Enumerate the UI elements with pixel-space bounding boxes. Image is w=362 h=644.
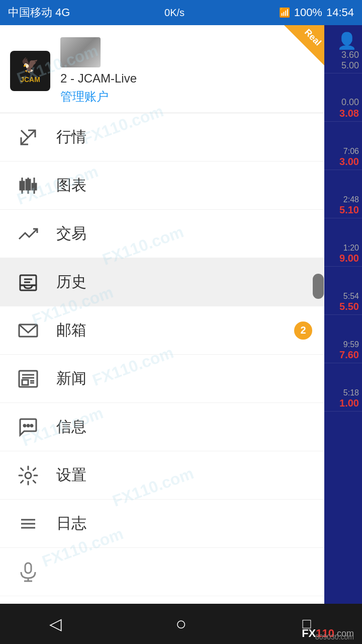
mic-icon <box>12 556 44 588</box>
news-icon <box>12 363 44 395</box>
scroll-handle[interactable] <box>313 274 324 299</box>
status-right: 📶 100% 14:54 <box>279 6 354 19</box>
menu-item-history[interactable]: 历史 <box>0 258 324 306</box>
svg-point-20 <box>31 425 33 427</box>
svg-rect-25 <box>25 563 31 573</box>
menu-label-quotes: 行情 <box>56 127 86 147</box>
real-badge: Real <box>284 25 324 65</box>
menu-item-trade[interactable]: 交易 <box>0 210 324 258</box>
svg-point-18 <box>24 425 26 427</box>
list-icon <box>12 508 44 540</box>
chat-icon <box>12 411 44 443</box>
menu-label-log: 日志 <box>56 513 86 534</box>
wifi-icon: 📶 <box>279 7 290 18</box>
menu-item-log[interactable]: 日志 <box>0 500 324 548</box>
menu-item-settings[interactable]: 设置 <box>0 451 324 500</box>
menu-label-trade: 交易 <box>56 223 86 244</box>
arrows-icon <box>12 121 44 153</box>
menu-label-settings: 设置 <box>56 465 86 486</box>
navigation-drawer: FX110.com FX110.com FX110.com FX110.com … <box>0 25 324 619</box>
menu-item-extra[interactable] <box>0 548 324 596</box>
menu-label-mail: 邮箱 <box>56 320 86 341</box>
mail-badge: 2 <box>294 321 312 340</box>
menu-item-info[interactable]: 信息 <box>0 403 324 451</box>
menu-item-chart[interactable]: 图表 <box>0 162 324 210</box>
back-button[interactable]: ◁ <box>40 609 70 639</box>
svg-rect-8 <box>20 275 36 285</box>
trending-icon <box>12 218 44 250</box>
svg-rect-7 <box>32 184 36 190</box>
svg-line-1 <box>21 130 28 137</box>
menu-label-info: 信息 <box>56 417 86 437</box>
manage-account-button[interactable]: 管理账户 <box>60 89 314 105</box>
svg-rect-3 <box>20 182 24 190</box>
time-label: 14:54 <box>326 6 354 19</box>
menu-label-chart: 图表 <box>56 175 86 196</box>
carrier-label: 中国移动 4G <box>8 5 70 20</box>
inbox-icon <box>12 266 44 298</box>
account-info: 2 - JCAM-Live 管理账户 <box>60 37 314 105</box>
network-speed: 0K/s <box>164 7 185 19</box>
svg-point-19 <box>27 425 29 427</box>
app-logo: 🦅 JCAM <box>10 51 50 91</box>
menu-label-history: 历史 <box>56 272 86 292</box>
avatar <box>60 37 101 67</box>
status-bar: 中国移动 4G 0K/s 📶 100% 14:54 <box>0 0 362 25</box>
bottom-brand: FX 110 .com 809030.com <box>302 627 354 640</box>
mail-icon <box>12 314 44 347</box>
battery-label: 100% <box>294 6 322 19</box>
gear-icon <box>12 459 44 492</box>
svg-point-21 <box>25 472 31 478</box>
svg-rect-15 <box>22 380 28 385</box>
status-left: 中国移动 4G <box>8 5 70 20</box>
menu-item-news[interactable]: 新闻 <box>0 355 324 403</box>
menu-label-news: 新闻 <box>56 368 86 389</box>
menu-item-quotes[interactable]: 行情 <box>0 113 324 162</box>
home-button[interactable]: ○ <box>166 609 196 639</box>
menu-list: 行情 图表 <box>0 113 324 619</box>
svg-rect-5 <box>26 180 30 190</box>
bottom-nav: ◁ ○ □ FX 110 .com 809030.com <box>0 604 362 644</box>
sub-brand: 809030.com <box>315 633 354 641</box>
account-name: 2 - JCAM-Live <box>60 71 314 86</box>
candlestick-icon <box>12 170 44 202</box>
menu-item-mail[interactable]: 邮箱 2 <box>0 306 324 355</box>
drawer-header: 🦅 JCAM 2 - JCAM-Live 管理账户 Real <box>0 25 324 113</box>
